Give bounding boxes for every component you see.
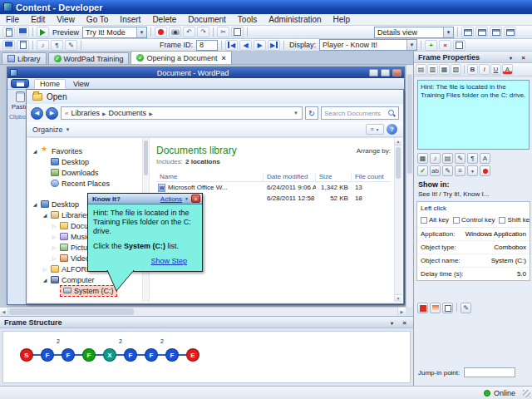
list-icon[interactable]: ≡ xyxy=(455,165,466,176)
redo-icon[interactable]: ↷ xyxy=(197,27,209,37)
eyedropper-icon[interactable]: ✎ xyxy=(461,303,471,313)
breadcrumb-documents[interactable]: Documents xyxy=(109,109,147,117)
show-in-value[interactable]: See It! / Try It!, Know I... xyxy=(418,190,530,198)
ribbon-tab-view[interactable]: View xyxy=(67,79,95,89)
includes-value[interactable]: 2 locations xyxy=(185,158,220,165)
frame-settings-icon[interactable] xyxy=(453,40,466,51)
undo-icon[interactable]: ↶ xyxy=(183,27,195,37)
cut-icon[interactable]: ✂ xyxy=(217,27,229,37)
last-frame-button[interactable]: ▶ xyxy=(268,40,280,51)
display-select[interactable]: Player - Know It! xyxy=(319,39,417,51)
breadcrumb-libraries[interactable]: Libraries xyxy=(71,109,100,117)
panel-menu-icon[interactable] xyxy=(387,318,397,327)
italic-button[interactable]: I xyxy=(479,64,490,75)
apply-check-icon[interactable]: ✓ xyxy=(417,165,428,176)
new-document-icon[interactable] xyxy=(2,27,15,37)
menu-document[interactable]: Document xyxy=(182,14,232,25)
image-icon[interactable]: ▤ xyxy=(442,153,453,164)
resize-grip[interactable] xyxy=(523,390,530,397)
frame-node[interactable]: F xyxy=(41,348,54,362)
dropdown-icon[interactable]: ▼ xyxy=(467,165,478,176)
frame-id-value[interactable]: 8 xyxy=(196,40,218,51)
expand-arrow-icon[interactable]: ▷ xyxy=(51,244,57,250)
tree-item-downloads[interactable]: Downloads xyxy=(28,167,149,178)
forward-button[interactable]: ▶ xyxy=(46,107,58,120)
alt-key-checkbox[interactable] xyxy=(421,217,427,224)
scrollbar-thumb[interactable] xyxy=(9,308,134,315)
layout-grid-icon[interactable] xyxy=(490,27,502,37)
property-value[interactable]: 5.0 xyxy=(517,270,526,278)
menu-administration[interactable]: Administration xyxy=(263,14,327,25)
menu-goto[interactable]: Go To xyxy=(81,14,115,25)
expand-arrow-icon[interactable]: ◢ xyxy=(42,212,48,218)
bullet-list-icon[interactable]: ▤ xyxy=(416,64,426,75)
organize-button[interactable]: Organize xyxy=(32,126,63,134)
scroll-down-icon[interactable]: ▼ xyxy=(395,294,401,302)
ribbon-tab-home[interactable]: Home xyxy=(34,79,66,89)
property-value[interactable]: Combobox xyxy=(494,244,526,251)
save-frame-icon[interactable] xyxy=(2,40,15,51)
layout-split-icon[interactable] xyxy=(475,27,488,37)
preview-play-icon[interactable] xyxy=(37,27,49,37)
frame-node[interactable]: F xyxy=(165,348,179,362)
tree-item-desktop[interactable]: Desktop xyxy=(28,156,149,167)
paragraph-icon[interactable]: ¶ xyxy=(467,153,478,164)
screenshot-region-icon[interactable] xyxy=(442,303,453,313)
font-color-button[interactable]: A xyxy=(502,64,513,75)
font-icon[interactable]: A xyxy=(480,153,490,164)
menu-insert[interactable]: Insert xyxy=(114,14,146,25)
mode-select[interactable]: Try It! Mode xyxy=(82,27,147,38)
minimize-button[interactable] xyxy=(369,69,378,76)
property-value[interactable]: Windows Application xyxy=(466,230,526,238)
bubble-close-button[interactable] xyxy=(191,195,200,203)
editor-vertical-scrollbar[interactable] xyxy=(406,65,413,307)
expand-arrow-icon[interactable]: ▷ xyxy=(51,223,57,229)
align-left-icon[interactable]: ▥ xyxy=(427,64,438,75)
file-row-1[interactable]: Microsoft Office W... 6/24/2011 9:06 A..… xyxy=(156,182,391,193)
layout-single-icon[interactable] xyxy=(461,27,474,37)
close-tab-icon[interactable] xyxy=(221,54,225,62)
tab-library[interactable]: Library xyxy=(2,52,47,64)
column-date-modified[interactable]: Date modified xyxy=(264,172,316,181)
breadcrumb-separator-icon[interactable] xyxy=(102,111,106,116)
frame-node-start[interactable]: S xyxy=(20,348,33,362)
text-icon[interactable]: ab xyxy=(430,165,441,176)
screenshot-icon[interactable] xyxy=(169,27,181,37)
expand-arrow-icon[interactable]: ▷ xyxy=(51,255,57,261)
column-file-count[interactable]: File count xyxy=(352,172,391,181)
note-icon[interactable]: ✎ xyxy=(65,40,77,51)
show-step-link[interactable]: Show Step xyxy=(93,257,197,266)
column-name[interactable]: Name xyxy=(156,172,264,181)
frame-node-decision[interactable]: X xyxy=(103,348,116,362)
list-scrollbar[interactable]: ▲ ▼ xyxy=(394,138,401,302)
layout-wide-icon[interactable] xyxy=(504,27,516,37)
expand-arrow-icon[interactable]: ◢ xyxy=(42,277,48,283)
arrange-by-control[interactable]: Arrange by: xyxy=(357,147,391,155)
menu-help[interactable]: Help xyxy=(328,14,357,25)
menu-view[interactable]: View xyxy=(51,14,81,25)
frame-node-end[interactable]: E xyxy=(186,348,200,362)
close-button[interactable] xyxy=(392,69,401,76)
expand-arrow-icon[interactable]: ▷ xyxy=(42,266,48,272)
control-key-checkbox[interactable] xyxy=(453,217,460,224)
bold-button[interactable]: B xyxy=(467,64,478,75)
scrollbar-thumb[interactable] xyxy=(144,140,148,175)
save-icon[interactable] xyxy=(17,27,29,37)
editor-horizontal-scrollbar[interactable]: ◀ ▶ xyxy=(0,307,406,316)
breadcrumb[interactable]: Libraries Documents xyxy=(61,106,303,120)
expand-arrow-icon[interactable]: ◢ xyxy=(32,148,38,154)
note-icon[interactable]: ✎ xyxy=(442,165,453,176)
object-color-icon[interactable] xyxy=(430,303,441,313)
expand-arrow-icon[interactable]: ◢ xyxy=(32,201,38,207)
address-dropdown-icon[interactable] xyxy=(293,111,298,116)
scroll-up-icon[interactable]: ▲ xyxy=(395,138,401,145)
frame-node[interactable]: F xyxy=(124,348,137,362)
table-icon[interactable]: ▦ xyxy=(417,153,428,164)
wordpad-menu-button[interactable] xyxy=(11,79,29,88)
help-icon[interactable] xyxy=(387,124,397,135)
menu-edit[interactable]: Edit xyxy=(25,14,51,25)
align-center-icon[interactable]: ▦ xyxy=(439,64,450,75)
menu-tools[interactable]: Tools xyxy=(232,14,263,25)
views-button[interactable]: ≡▼ xyxy=(366,124,384,135)
scroll-left-icon[interactable]: ◀ xyxy=(0,308,8,316)
